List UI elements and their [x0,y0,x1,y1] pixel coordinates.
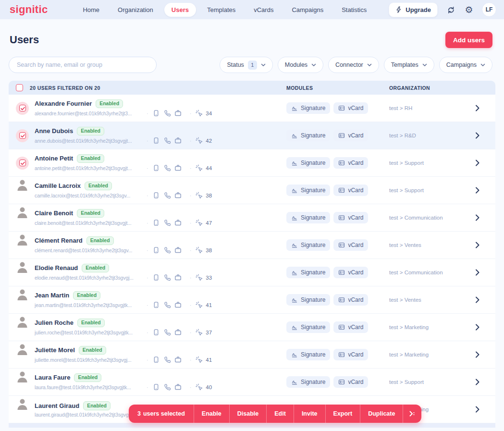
row-checkbox-checked[interactable] [19,132,26,139]
module-chip-vcard[interactable]: vCard [333,376,368,388]
table-row[interactable]: Camille Lacroix Enabled camille.lacroix@… [9,177,495,204]
phone-icon [163,164,171,172]
module-chip-vcard[interactable]: vCard [333,102,368,114]
nav-item-templates[interactable]: Templates [200,3,243,17]
table-row[interactable]: Clément Renard Enabled clément.renard@te… [9,232,495,259]
chevron-right-icon[interactable] [475,324,480,331]
module-chip-vcard[interactable]: vCard [333,239,368,251]
nav-item-home[interactable]: Home [75,3,107,17]
module-chip-vcard[interactable]: vCard [333,349,368,360]
module-chip-vcard[interactable]: vCard [333,294,368,306]
module-chip-label: vCard [348,187,363,194]
table-row[interactable]: Juliette Morel Enabled juliette.morel@te… [9,341,495,369]
chevron-right-icon[interactable] [475,214,480,221]
phone-icon [163,383,171,391]
nav-item-campaigns[interactable]: Campaigns [284,3,331,17]
chevron-right-icon[interactable] [475,406,480,413]
table-row[interactable]: Alexandre Fournier Enabled alexandre.fou… [9,95,495,122]
phone-icon [163,246,171,254]
organization-path: test > Marketing [389,324,429,330]
user-avatar-menu[interactable]: LF [482,2,496,17]
nav-item-users[interactable]: Users [164,3,196,17]
chevron-right-icon[interactable] [475,160,480,166]
module-chip-vcard[interactable]: vCard [333,267,368,278]
disable-button[interactable]: Disable [229,405,266,423]
module-chip-vcard[interactable]: vCard [333,212,368,223]
briefcase-icon [174,164,182,172]
table-row[interactable]: Jean Martin Enabled jean.martin@test.01k… [9,286,495,314]
filter-modules[interactable]: Modules [278,57,323,73]
table-row[interactable]: Anne Dubois Enabled anne.dubois@test.01k… [9,122,495,149]
duplicate-button[interactable]: Duplicate [360,405,403,423]
module-chip-vcard[interactable]: vCard [333,321,368,333]
filter-connector[interactable]: Connector [328,57,379,73]
filter-templates[interactable]: Templates [384,57,434,73]
table-row[interactable]: Laura Faure Enabled laura.faure@test.01k… [9,369,495,396]
selected-indicator [16,157,29,170]
user-name: Jean Martin [35,292,69,299]
status-badge: Enabled [74,373,101,382]
sync-icon[interactable] [445,4,456,15]
module-chip-label: vCard [348,379,363,385]
search-input[interactable] [9,57,157,73]
module-chip-signature[interactable]: Signature [286,294,330,306]
module-chip-vcard[interactable]: vCard [333,130,368,141]
chevron-down-icon [311,63,316,67]
module-chip-signature[interactable]: Signature [286,130,330,141]
enable-button[interactable]: Enable [194,405,229,423]
nav-item-organization[interactable]: Organization [111,3,160,17]
organization-path: test > Support [389,160,424,166]
separator-dot: · [147,330,148,335]
filter-campaigns-label: Campaigns [446,62,477,68]
invite-button[interactable]: Invite [294,405,325,423]
row-checkbox-checked[interactable] [19,105,26,111]
nav-item-statistics[interactable]: Statistics [334,3,374,17]
chevron-right-icon[interactable] [475,269,480,276]
add-users-button[interactable]: Add users [445,32,492,48]
table-row[interactable]: Julien Roche Enabled julien.roche@test.0… [9,314,495,341]
table-row[interactable]: Elodie Renaud Enabled elodie.renaud@test… [9,259,495,286]
separator-dot: · [190,193,192,198]
mobile-icon [153,356,160,363]
table-row[interactable]: Antoine Petit Enabled antoine.petit@test… [9,149,495,177]
signature-icon [291,324,298,331]
user-email: alexandre.fournier@test.01k9fch3yrhe2tjt… [35,111,142,116]
chevron-right-icon[interactable] [475,242,480,248]
module-chip-label: Signature [301,296,325,303]
chevron-right-icon[interactable] [475,132,480,139]
signitic-logo[interactable]: signitic [10,4,48,15]
module-chip-signature[interactable]: Signature [286,376,330,388]
chevron-right-icon[interactable] [475,379,480,385]
chevron-right-icon[interactable] [475,187,480,194]
module-chip-signature[interactable]: Signature [286,102,330,114]
module-chip-signature[interactable]: Signature [286,349,330,360]
module-chip-vcard[interactable]: vCard [333,185,368,196]
filter-campaigns[interactable]: Campaigns [439,57,492,73]
module-chip-signature[interactable]: Signature [286,239,330,251]
gear-icon[interactable]: ⚙ [464,4,474,15]
module-chip-signature[interactable]: Signature [286,267,330,278]
module-chip-signature[interactable]: Signature [286,212,330,223]
module-chip-signature[interactable]: Signature [286,157,330,169]
table-row[interactable]: Claire Benoit Enabled claire.benoit@test… [9,204,495,232]
nav-item-vcards[interactable]: vCards [246,3,281,17]
module-chip-signature[interactable]: Signature [286,185,330,196]
module-chip-vcard[interactable]: vCard [333,157,368,169]
chevron-right-icon[interactable] [475,296,480,303]
more-actions-button[interactable] [403,405,421,423]
module-chip-signature[interactable]: Signature [286,321,330,333]
export-button[interactable]: Export [325,405,360,423]
row-checkbox-checked[interactable] [19,160,26,166]
user-email: laura.faure@test.01k9fch3yrhe2tjt3sgvgjt… [35,384,142,390]
filter-status[interactable]: Status 1 [220,57,272,73]
separator-dot: · [190,330,192,335]
clicks-count: 40 [206,384,212,390]
select-all-checkbox[interactable] [16,84,23,91]
modules-cell: Signature vCard [286,95,368,122]
status-badge: Enabled [77,209,104,218]
chevron-right-icon[interactable] [475,351,480,358]
edit-button[interactable]: Edit [266,405,294,423]
chevron-right-icon[interactable] [475,105,480,111]
status-badge: Enabled [73,291,100,300]
upgrade-button[interactable]: Upgrade [389,2,438,17]
